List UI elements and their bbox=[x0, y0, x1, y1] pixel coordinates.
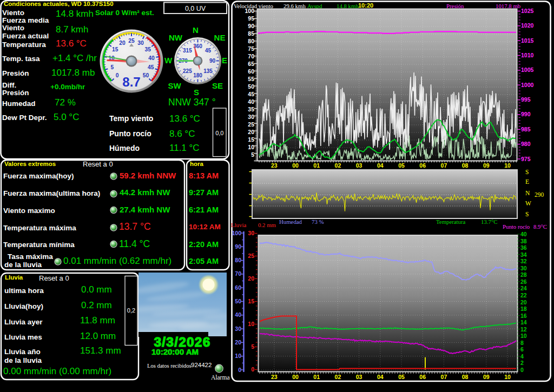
svg-text:985: 985 bbox=[521, 126, 531, 132]
svg-text:1017.8 mb: 1017.8 mb bbox=[51, 68, 95, 78]
svg-text:Tasa máxima: Tasa máxima bbox=[8, 253, 53, 261]
svg-text:23: 23 bbox=[271, 374, 278, 380]
svg-text:100: 100 bbox=[232, 230, 241, 236]
svg-text:Presión: Presión bbox=[446, 3, 464, 9]
svg-text:60: 60 bbox=[248, 68, 254, 75]
svg-text:65: 65 bbox=[248, 61, 254, 67]
svg-text:30: 30 bbox=[235, 325, 241, 332]
svg-text:20: 20 bbox=[235, 339, 241, 346]
svg-text:13.7°C: 13.7°C bbox=[481, 218, 497, 225]
svg-text:1010: 1010 bbox=[521, 52, 534, 58]
svg-text:26: 26 bbox=[520, 278, 527, 285]
svg-text:NW: NW bbox=[169, 33, 183, 42]
svg-text:04: 04 bbox=[377, 162, 384, 169]
svg-text:Temperatura: Temperatura bbox=[436, 218, 466, 225]
svg-text:Viento: Viento bbox=[2, 24, 24, 32]
svg-text:30: 30 bbox=[137, 40, 144, 46]
svg-text:924422: 924422 bbox=[191, 362, 212, 368]
svg-text:hora: hora bbox=[190, 161, 204, 167]
svg-text:09: 09 bbox=[483, 374, 490, 380]
svg-text:W: W bbox=[525, 200, 531, 207]
svg-text:24: 24 bbox=[520, 285, 527, 291]
svg-text:Humedad: Humedad bbox=[2, 99, 36, 108]
svg-text:14: 14 bbox=[520, 319, 527, 325]
svg-text:90: 90 bbox=[235, 243, 241, 250]
svg-text:10: 10 bbox=[504, 162, 511, 169]
svg-text:+0.0mb/hr: +0.0mb/hr bbox=[50, 83, 85, 91]
svg-text:40: 40 bbox=[520, 231, 527, 237]
svg-text:6:21 AM: 6:21 AM bbox=[189, 205, 219, 214]
svg-text:45: 45 bbox=[205, 48, 212, 54]
svg-text:Temperatura: Temperatura bbox=[2, 41, 46, 49]
svg-text:Presión: Presión bbox=[2, 69, 29, 77]
svg-text:73 %: 73 % bbox=[312, 218, 324, 225]
svg-text:Humedad: Humedad bbox=[279, 218, 302, 225]
svg-text:Avspd: Avspd bbox=[307, 3, 322, 9]
svg-text:N: N bbox=[525, 190, 530, 196]
svg-text:18: 18 bbox=[520, 305, 527, 312]
svg-text:290: 290 bbox=[535, 191, 544, 198]
svg-text:8.7: 8.7 bbox=[122, 75, 140, 89]
svg-text:02: 02 bbox=[335, 162, 341, 169]
svg-text:Condiciones actuales, WD 10.37: Condiciones actuales, WD 10.37S150 bbox=[4, 1, 114, 7]
svg-text:NNW 347 °: NNW 347 ° bbox=[168, 97, 216, 108]
svg-text:S: S bbox=[525, 211, 529, 217]
svg-text:0,0: 0,0 bbox=[215, 130, 223, 136]
svg-text:25: 25 bbox=[248, 253, 254, 259]
svg-text:8:13 AM: 8:13 AM bbox=[189, 171, 219, 180]
svg-text:70: 70 bbox=[248, 53, 254, 59]
svg-text:Temp viento: Temp viento bbox=[109, 114, 153, 123]
svg-text:35: 35 bbox=[248, 106, 254, 112]
svg-text:Presión: Presión bbox=[2, 89, 29, 97]
svg-text:Viento maximo: Viento maximo bbox=[3, 207, 55, 215]
svg-text:0: 0 bbox=[251, 366, 254, 373]
svg-text:15: 15 bbox=[248, 136, 254, 143]
svg-text:975: 975 bbox=[521, 156, 531, 162]
svg-text:Viento: Viento bbox=[2, 9, 24, 17]
svg-text:10: 10 bbox=[504, 374, 511, 380]
svg-text:80: 80 bbox=[248, 38, 254, 44]
svg-text:90: 90 bbox=[248, 23, 254, 29]
svg-text:0: 0 bbox=[520, 367, 524, 373]
svg-text:10: 10 bbox=[235, 353, 241, 359]
svg-text:1017.8 mb: 1017.8 mb bbox=[496, 3, 520, 9]
svg-text:1020: 1020 bbox=[521, 22, 534, 29]
svg-text:Lluvia(hoy): Lluvia(hoy) bbox=[4, 302, 43, 310]
svg-text:E: E bbox=[525, 178, 529, 185]
svg-text:14.8 kmh: 14.8 kmh bbox=[56, 9, 94, 19]
svg-text:10: 10 bbox=[248, 321, 254, 327]
svg-text:36: 36 bbox=[520, 244, 527, 251]
svg-text:95: 95 bbox=[248, 15, 254, 22]
svg-text:03: 03 bbox=[356, 374, 362, 380]
svg-text:13.6 °C: 13.6 °C bbox=[56, 38, 87, 49]
svg-text:10: 10 bbox=[248, 144, 254, 150]
svg-text:25: 25 bbox=[128, 38, 135, 44]
svg-text:02: 02 bbox=[335, 374, 341, 380]
svg-text:85: 85 bbox=[248, 30, 254, 37]
svg-text:0.01 mm/min (0.62 mm/hr): 0.01 mm/min (0.62 mm/hr) bbox=[63, 256, 172, 266]
svg-text:90: 90 bbox=[209, 58, 216, 64]
svg-text:45: 45 bbox=[148, 64, 154, 70]
svg-text:50: 50 bbox=[143, 72, 149, 78]
svg-text:Punto rocío: Punto rocío bbox=[109, 129, 151, 138]
svg-text:Temperatura mínima: Temperatura mínima bbox=[3, 241, 75, 249]
svg-text:Fuerza maxima(hoy): Fuerza maxima(hoy) bbox=[3, 172, 74, 180]
svg-text:12.0 mm: 12.0 mm bbox=[80, 331, 116, 341]
svg-text:06: 06 bbox=[419, 162, 426, 169]
svg-text:32: 32 bbox=[520, 258, 527, 264]
svg-text:0,0 UV: 0,0 UV bbox=[185, 5, 206, 12]
svg-text:30: 30 bbox=[248, 114, 254, 120]
svg-text:S: S bbox=[194, 88, 199, 97]
svg-text:14.8 kmh: 14.8 kmh bbox=[337, 3, 359, 9]
svg-text:10: 10 bbox=[520, 333, 527, 339]
svg-text:8.6 °C: 8.6 °C bbox=[169, 129, 195, 139]
svg-text:N: N bbox=[193, 25, 199, 35]
svg-text:30: 30 bbox=[520, 265, 527, 271]
svg-text:de la lluvia: de la lluvia bbox=[4, 261, 42, 269]
svg-text:8.7 kmh: 8.7 kmh bbox=[56, 24, 88, 35]
svg-text:35: 35 bbox=[145, 46, 151, 52]
svg-text:13.7 °C: 13.7 °C bbox=[119, 221, 151, 232]
svg-text:Lluvia mes: Lluvia mes bbox=[4, 333, 42, 341]
svg-text:135: 135 bbox=[203, 68, 213, 74]
svg-text:5.0 °C: 5.0 °C bbox=[54, 112, 79, 122]
